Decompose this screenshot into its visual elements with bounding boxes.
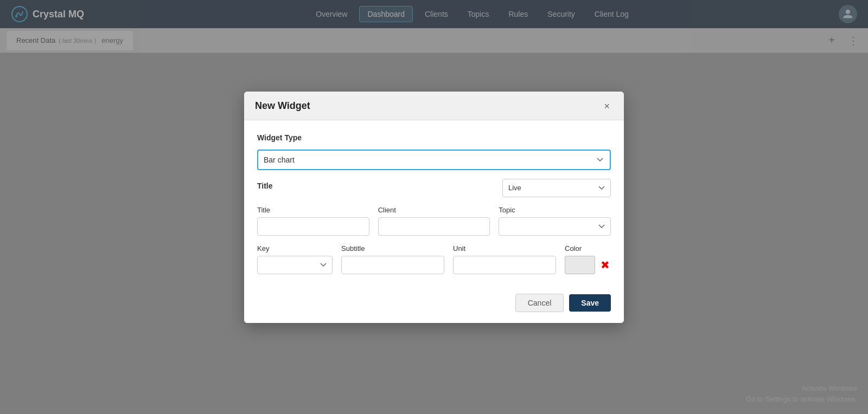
key-field-label: Key [257, 244, 333, 253]
topic-select[interactable] [499, 217, 611, 236]
subtitle-field-group: Subtitle [341, 244, 444, 274]
color-delete-button[interactable]: ✖ [599, 260, 611, 270]
title-section-label: Title [257, 182, 273, 190]
live-select[interactable]: Live Historical [502, 179, 611, 197]
new-widget-modal: New Widget × Widget Type Bar chart Line … [244, 92, 624, 323]
modal-title: New Widget [255, 100, 310, 112]
title-field-group: Title [257, 206, 369, 236]
unit-field-group: Unit [453, 244, 556, 274]
client-field-label: Client [378, 206, 490, 214]
color-label: Color [565, 244, 611, 253]
modal-header: New Widget × [244, 92, 624, 120]
form-row-2: Key Subtitle Unit Color [257, 244, 611, 274]
title-field-label: Title [257, 206, 369, 214]
modal-overlay: New Widget × Widget Type Bar chart Line … [0, 0, 868, 414]
subtitle-field-label: Subtitle [341, 244, 444, 253]
topic-field-label: Topic [499, 206, 611, 214]
color-swatch[interactable] [565, 256, 595, 274]
widget-type-group: Widget Type Bar chart Line chart Gauge V… [257, 133, 611, 170]
title-field-input[interactable] [257, 217, 369, 236]
unit-field-label: Unit [453, 244, 556, 253]
title-live-row: Title Live Historical [257, 179, 611, 197]
color-row: ✖ [565, 256, 611, 274]
key-select[interactable] [257, 256, 333, 274]
modal-body: Widget Type Bar chart Line chart Gauge V… [244, 120, 624, 285]
modal-close-button[interactable]: × [601, 100, 613, 112]
form-row-1: Title Client Topic [257, 206, 611, 236]
save-button[interactable]: Save [569, 294, 611, 312]
color-group: Color ✖ [565, 244, 611, 274]
cancel-button[interactable]: Cancel [515, 294, 564, 312]
client-field-input[interactable] [378, 217, 490, 236]
key-field-group: Key [257, 244, 333, 274]
widget-type-label: Widget Type [257, 133, 611, 142]
widget-type-select[interactable]: Bar chart Line chart Gauge Value Table M… [257, 150, 611, 170]
modal-footer: Cancel Save [244, 285, 624, 323]
topic-field-group: Topic [499, 206, 611, 236]
client-field-group: Client [378, 206, 490, 236]
unit-field-input[interactable] [453, 256, 556, 274]
subtitle-field-input[interactable] [341, 256, 444, 274]
